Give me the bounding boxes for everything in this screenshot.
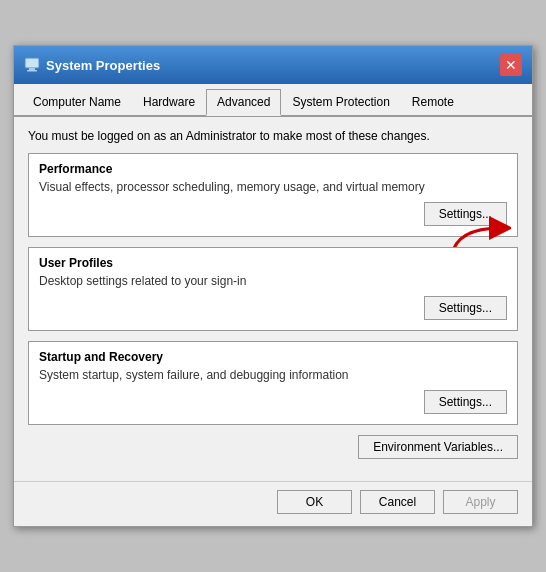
- startup-recovery-title: Startup and Recovery: [39, 350, 507, 364]
- system-properties-dialog: System Properties ✕ Computer Name Hardwa…: [13, 45, 533, 527]
- user-profiles-section: User Profiles Desktop settings related t…: [28, 247, 518, 331]
- environment-variables-button[interactable]: Environment Variables...: [358, 435, 518, 459]
- user-profiles-desc: Desktop settings related to your sign-in: [39, 274, 507, 288]
- svg-rect-2: [27, 70, 37, 72]
- ok-button[interactable]: OK: [277, 490, 352, 514]
- apply-button[interactable]: Apply: [443, 490, 518, 514]
- tab-system-protection[interactable]: System Protection: [281, 89, 400, 116]
- user-profiles-title: User Profiles: [39, 256, 507, 270]
- performance-settings-button[interactable]: Settings...: [424, 202, 507, 226]
- svg-rect-1: [29, 68, 35, 70]
- bottom-button-bar: OK Cancel Apply: [14, 481, 532, 526]
- tab-advanced[interactable]: Advanced: [206, 89, 281, 116]
- svg-rect-0: [25, 58, 39, 68]
- admin-notice: You must be logged on as an Administrato…: [28, 129, 518, 143]
- user-profiles-settings-button[interactable]: Settings...: [424, 296, 507, 320]
- dialog-title: System Properties: [46, 58, 160, 73]
- computer-icon: [24, 57, 40, 73]
- performance-title: Performance: [39, 162, 507, 176]
- tab-content: You must be logged on as an Administrato…: [14, 117, 532, 481]
- tab-hardware[interactable]: Hardware: [132, 89, 206, 116]
- startup-recovery-settings-button[interactable]: Settings...: [424, 390, 507, 414]
- tab-computer-name[interactable]: Computer Name: [22, 89, 132, 116]
- performance-desc: Visual effects, processor scheduling, me…: [39, 180, 507, 194]
- tab-remote[interactable]: Remote: [401, 89, 465, 116]
- close-button[interactable]: ✕: [500, 54, 522, 76]
- title-bar: System Properties ✕: [14, 46, 532, 84]
- startup-recovery-desc: System startup, system failure, and debu…: [39, 368, 507, 382]
- performance-section: Performance Visual effects, processor sc…: [28, 153, 518, 237]
- startup-recovery-section: Startup and Recovery System startup, sys…: [28, 341, 518, 425]
- tab-bar: Computer Name Hardware Advanced System P…: [14, 84, 532, 117]
- cancel-button[interactable]: Cancel: [360, 490, 435, 514]
